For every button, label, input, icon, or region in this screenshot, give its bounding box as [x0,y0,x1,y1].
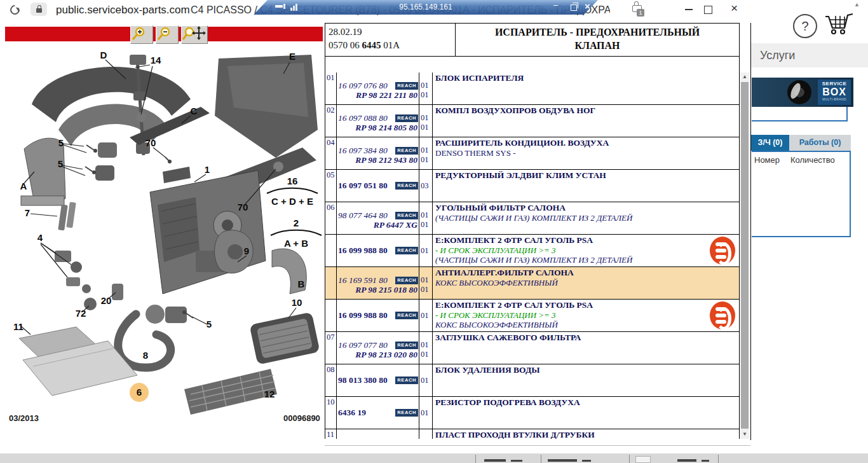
diagram-label[interactable]: 4 [37,232,43,243]
taskbar-text-fragment [548,459,577,462]
rdp-minimize-button[interactable]: – [553,0,558,10]
logo-line-3: MULTI-BRAND [818,97,851,102]
diagram-label[interactable]: 10 [292,297,302,308]
diagram-label-group: C + D + E [271,196,313,207]
diagram-label[interactable]: 12 [264,389,275,399]
cart-icon[interactable] [825,13,854,38]
diagram-label[interactable]: B [298,279,305,289]
reach-badge[interactable]: REACH [395,312,418,319]
parts-diagram[interactable]: D14EC70551A16C + D + E7072A + B49B201072… [5,41,323,422]
diagram-label[interactable]: 20 [101,295,112,306]
description-line: КОМПЛ ВОЗДУХОПРОВ ОБДУВА НОГ [435,106,736,116]
ref-cell: 08 [325,364,337,396]
reach-badge[interactable]: REACH [395,409,418,417]
panel-divider [750,23,751,440]
reach-badge[interactable]: REACH [395,377,418,384]
diagram-label[interactable]: 1 [205,164,210,175]
reach-badge[interactable]: REACH [395,182,418,190]
description-cell: КОМПЛ ВОЗДУХОПРОВ ОБДУВА НОГ [433,105,739,137]
window-maximize-button[interactable] [704,6,712,14]
part-number[interactable]: 16 097 088 80 [338,113,388,123]
table-row[interactable]: 0716 097 077 80REACHRP 98 213 020 800101… [325,332,739,364]
taskbar[interactable] [0,453,868,463]
reach-badge[interactable]: REACH [395,277,418,284]
diagram-label[interactable]: C [191,106,198,116]
table-row[interactable]: 0698 077 464 80REACHRP 6447 XG0101УГОЛЬН… [325,202,739,235]
ref-cell: 10 [325,397,337,429]
diagram-label[interactable]: 6 [137,387,142,397]
reach-badge[interactable]: REACH [395,212,418,219]
diagram-label[interactable]: D [100,50,107,60]
ref-cell [325,235,337,266]
help-button[interactable]: ? [793,14,817,38]
description-line: РЕЗИСТОР ПОДОГРЕВА ВОЗДУХА [435,397,736,408]
diagram-label[interactable]: 14 [151,55,161,66]
description-cell: РЕЗИСТОР ПОДОГРЕВА ВОЗДУХА [433,397,739,429]
diagram-label[interactable]: 70 [238,202,248,212]
scrollbar-up-arrow[interactable]: ▲ [854,1,860,8]
part-number[interactable]: 16 097 384 80 [338,146,388,156]
table-row[interactable]: 0516 097 051 80REACH03РЕДУКТОРНЫЙ ЭЛ.ДВИ… [325,170,739,202]
rdp-connection-bar[interactable]: 95.165.149.161 – × [254,0,598,15]
table-row[interactable]: 0116 097 076 80REACHRP 98 221 211 800101… [325,73,739,105]
reach-badge[interactable]: REACH [395,247,418,254]
table-scrollbar[interactable]: ▲ ▼ [740,73,750,439]
diagram-label[interactable]: E [289,51,295,62]
table-row[interactable]: 16 099 988 80REACH01E:КОМПЛЕКТ 2 ФТР САЛ… [325,300,739,332]
servicebox-logo: SERVICE BOX MULTI-BRAND [818,79,851,105]
table-scroll-up[interactable]: ▲ [740,73,750,81]
diagram-label[interactable]: 7 [25,207,30,218]
part-number[interactable]: 16 099 988 80 [338,310,388,321]
brace [267,188,318,193]
diagram-label[interactable]: 2 [294,218,299,228]
diagram-label[interactable]: 72 [76,308,86,319]
diagram-label[interactable]: 16 [287,176,298,186]
diagram-toolbar [5,27,323,41]
refresh-icon[interactable] [8,3,22,17]
rdp-restore-button[interactable] [571,4,577,11]
part-number-cell: 16 097 384 80REACHRP 98 212 943 80 [337,137,419,169]
servicebox-banner[interactable]: SERVICE BOX MULTI-BRAND [752,78,853,107]
table-row[interactable]: 11REACHПЛАСТ ПРОХОДН ВТУЛКИ Д/ТРУБКИ [325,429,739,439]
qty-cell: 0101 [419,73,433,104]
taskbar-button[interactable] [635,456,651,463]
table-scroll-down[interactable]: ▼ [740,430,750,439]
reach-badge[interactable]: REACH [395,82,418,90]
part-number[interactable]: 16 097 051 80 [338,181,388,191]
part-number[interactable]: 16 099 988 80 [338,245,388,256]
description-cell: БЛОК УДАЛЕНИЯ ВОДЫ [433,364,739,396]
table-row[interactable]: 16 169 591 80REACHRP 98 215 018 800101АН… [325,267,739,300]
address-lock-chip[interactable] [31,3,47,16]
part-number[interactable]: 98 077 464 80 [338,211,388,221]
tab-parts[interactable]: З/Ч (0) [751,135,789,151]
diagram-label[interactable]: 9 [244,245,249,256]
table-scroll-thumb[interactable] [741,82,749,429]
diagram-label[interactable]: 11 [13,321,24,332]
window-close-button[interactable]: × [731,1,738,15]
diagram-label[interactable]: 5 [58,137,64,148]
diagram-label[interactable]: 5 [58,158,63,169]
reach-badge[interactable]: REACH [395,147,418,155]
reach-badge[interactable]: REACH [395,114,418,122]
table-row[interactable]: 106436 19REACH01РЕЗИСТОР ПОДОГРЕВА ВОЗДУ… [325,397,739,429]
reach-badge[interactable]: REACH [395,342,418,349]
description-line: УГОЛЬНЫЙ ФИЛЬТР САЛОНА [435,203,736,213]
table-row[interactable]: 0898 013 380 80REACH01БЛОК УДАЛЕНИЯ ВОДЫ [325,364,739,397]
tab-works[interactable]: Работы (0) [789,135,851,151]
diagram-label[interactable]: 5 [207,319,212,329]
qty-cell: 01 [419,300,433,331]
diagram-label[interactable]: A [20,181,27,191]
diagram-label[interactable]: 8 [143,350,148,361]
part-number[interactable]: 16 097 077 80 [338,340,388,350]
table-row[interactable]: 0416 097 384 80REACHRP 98 212 943 800101… [325,137,739,170]
menu-item-services[interactable]: Услуги [760,49,795,62]
table-row[interactable]: 16 099 988 80REACH01E:КОМПЛЕКТ 2 ФТР САЛ… [325,235,739,267]
diagram-label[interactable]: 70 [146,137,156,148]
part-number[interactable]: 16 097 076 80 [338,81,388,91]
part-number[interactable]: 16 169 591 80 [338,275,388,286]
window-minimize-button[interactable] [685,9,693,10]
table-row[interactable]: 0216 097 088 80REACHRP 98 214 805 800101… [325,105,739,137]
part-number[interactable]: 6436 19 [338,408,366,418]
address-url[interactable]: public.servicebox-parts.com [56,4,190,17]
part-number[interactable]: 98 013 380 80 [338,375,388,385]
